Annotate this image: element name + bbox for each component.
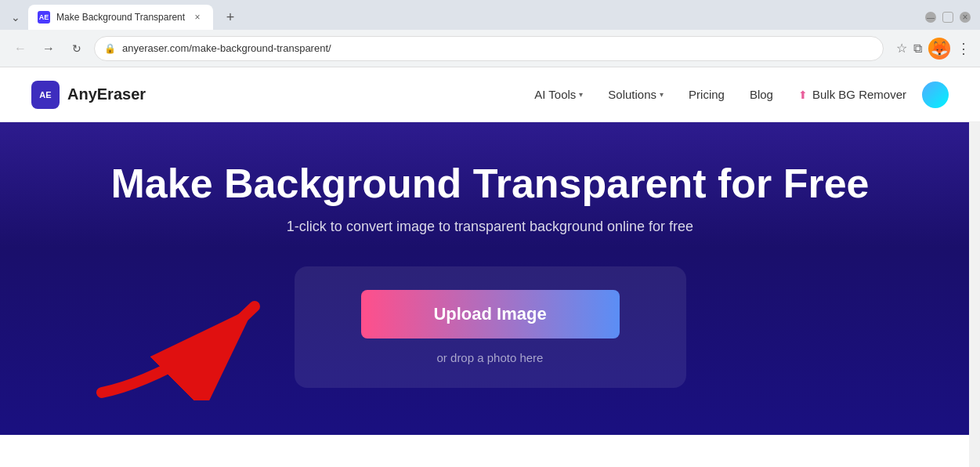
- ai-tools-label: AI Tools: [534, 88, 576, 101]
- nav-ai-tools[interactable]: AI Tools ▾: [534, 88, 583, 101]
- tab-title: Make Background Transparent: [56, 12, 185, 23]
- browser-tab-bar: ⌄ AE Make Background Transparent × + — ×: [0, 0, 980, 30]
- browser-toolbar: ← → ↻ 🔒 anyeraser.com/make-background-tr…: [0, 30, 980, 67]
- nav-pricing[interactable]: Pricing: [689, 88, 725, 101]
- back-button[interactable]: ←: [9, 38, 31, 60]
- active-tab[interactable]: AE Make Background Transparent ×: [28, 5, 213, 30]
- solutions-chevron-icon: ▾: [660, 90, 664, 99]
- upload-image-button[interactable]: Upload Image: [361, 290, 620, 338]
- bookmark-button[interactable]: ☆: [896, 41, 907, 56]
- nav-links: AI Tools ▾ Solutions ▾ Pricing Blog ⬆ Bu…: [534, 88, 906, 101]
- scrollbar[interactable]: [969, 67, 980, 467]
- browser-chrome: ⌄ AE Make Background Transparent × + — ×…: [0, 0, 980, 67]
- lock-icon: 🔒: [104, 43, 116, 54]
- forward-button[interactable]: →: [38, 38, 60, 60]
- reload-button[interactable]: ↻: [66, 38, 88, 60]
- nav-blog[interactable]: Blog: [750, 88, 773, 101]
- upload-card: Upload Image or drop a photo here: [295, 266, 686, 388]
- new-tab-button[interactable]: +: [219, 6, 241, 28]
- address-bar[interactable]: 🔒 anyeraser.com/make-background-transpar…: [94, 36, 884, 61]
- nav-bulk-remover[interactable]: ⬆ Bulk BG Remover: [798, 88, 906, 101]
- hero-subtitle: 1-click to convert image to transparent …: [287, 219, 693, 235]
- user-avatar[interactable]: [922, 81, 949, 108]
- brand-name: AnyEraser: [67, 85, 146, 103]
- maximize-button[interactable]: [942, 12, 953, 23]
- tab-list-button[interactable]: ⌄: [6, 8, 25, 27]
- solutions-label: Solutions: [608, 88, 656, 101]
- extensions-button[interactable]: ⧉: [913, 42, 922, 56]
- arrow-pointer: [94, 291, 266, 404]
- minimize-button[interactable]: —: [925, 12, 936, 23]
- tab-close-button[interactable]: ×: [191, 11, 204, 24]
- ai-tools-chevron-icon: ▾: [579, 90, 583, 99]
- tab-favicon: AE: [38, 11, 50, 24]
- url-text: anyeraser.com/make-background-transparen…: [122, 42, 873, 54]
- drop-text: or drop a photo here: [437, 351, 544, 364]
- logo-area[interactable]: AE AnyEraser: [31, 81, 146, 109]
- browser-menu-button[interactable]: ⋮: [956, 40, 971, 57]
- close-window-button[interactable]: ×: [960, 12, 971, 23]
- bulk-upload-icon: ⬆: [798, 89, 808, 101]
- tab-group: AE Make Background Transparent ×: [28, 5, 213, 30]
- hero-title: Make Background Transparent for Free: [110, 161, 869, 206]
- site-navigation: AE AnyEraser AI Tools ▾ Solutions ▾ Pric…: [0, 67, 980, 122]
- website-content: AE AnyEraser AI Tools ▾ Solutions ▾ Pric…: [0, 67, 980, 467]
- nav-solutions[interactable]: Solutions ▾: [608, 88, 664, 101]
- logo-icon: AE: [31, 81, 60, 109]
- profile-button[interactable]: 🦊: [928, 38, 950, 60]
- bulk-remover-label: Bulk BG Remover: [812, 88, 906, 101]
- hero-section: Make Background Transparent for Free 1-c…: [0, 122, 980, 435]
